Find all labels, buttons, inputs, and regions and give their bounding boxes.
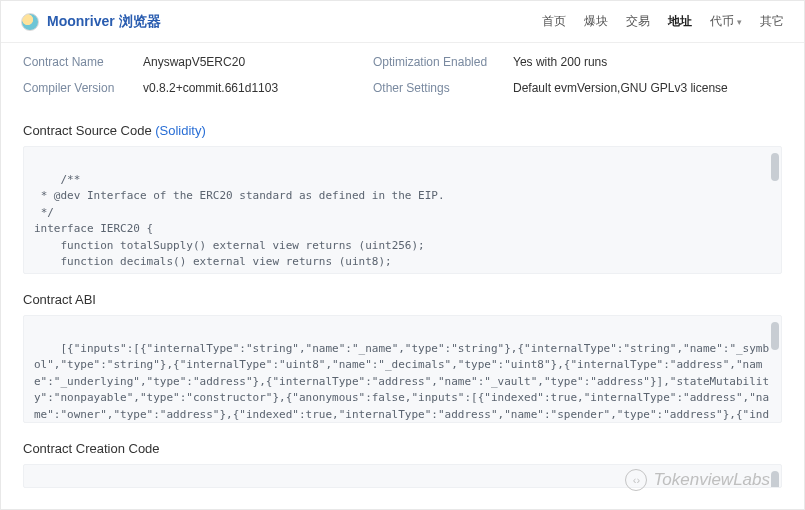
nav-token[interactable]: 代币 ▾ [710,13,742,30]
brand-title: Moonriver 浏览器 [47,13,161,31]
source-section-title: Contract Source Code (Solidity) [23,123,782,138]
scrollbar-thumb[interactable] [771,153,779,181]
abi-box[interactable]: [{"inputs":[{"internalType":"string","na… [23,315,782,423]
watermark: ‹› TokenviewLabs [625,469,770,491]
source-title-lang: (Solidity) [155,123,206,138]
nav-home[interactable]: 首页 [542,13,566,30]
nav-token-label: 代币 [710,13,734,30]
scrollbar-thumb[interactable] [771,471,779,488]
chevron-down-icon: ▾ [737,17,742,27]
abi-text: [{"inputs":[{"internalType":"string","na… [34,342,769,424]
compiler-value: v0.8.2+commit.661d1103 [143,81,353,95]
nav-txs[interactable]: 交易 [626,13,650,30]
other-settings-label: Other Settings [373,81,493,95]
source-code-text: /** * @dev Interface of the ERC20 standa… [34,173,610,275]
brand: Moonriver 浏览器 [21,13,161,31]
source-title-text: Contract Source Code [23,123,155,138]
top-header: Moonriver 浏览器 首页 爆块 交易 地址 代币 ▾ 其它 [1,1,804,43]
nav-address[interactable]: 地址 [668,13,692,30]
contract-name-label: Contract Name [23,55,123,69]
watermark-badge-icon: ‹› [625,469,647,491]
contract-meta: Contract Name AnyswapV5ERC20 Optimizatio… [23,55,782,95]
contract-name-value: AnyswapV5ERC20 [143,55,353,69]
creation-section-title: Contract Creation Code [23,441,782,456]
nav-blocks[interactable]: 爆块 [584,13,608,30]
content-area: Contract Name AnyswapV5ERC20 Optimizatio… [1,43,804,510]
optimization-value: Yes with 200 runs [513,55,782,69]
source-code-box[interactable]: /** * @dev Interface of the ERC20 standa… [23,146,782,274]
optimization-label: Optimization Enabled [373,55,493,69]
other-settings-value: Default evmVersion,GNU GPLv3 license [513,81,782,95]
nav-other[interactable]: 其它 [760,13,784,30]
scrollbar-thumb[interactable] [771,322,779,350]
logo-icon [21,13,39,31]
abi-section-title: Contract ABI [23,292,782,307]
watermark-text: TokenviewLabs [653,470,770,490]
top-nav: 首页 爆块 交易 地址 代币 ▾ 其它 [542,13,784,30]
compiler-label: Compiler Version [23,81,123,95]
